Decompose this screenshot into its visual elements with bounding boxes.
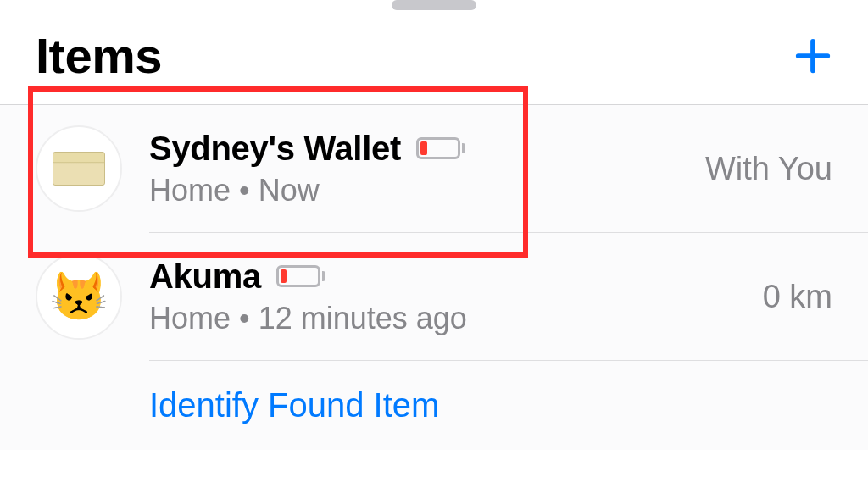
- item-title-row: Sydney's Wallet: [149, 130, 705, 168]
- item-location: Home: [149, 301, 231, 336]
- card-icon: [53, 152, 105, 186]
- identify-found-item[interactable]: Identify Found Item: [0, 361, 868, 450]
- page-title: Items: [36, 27, 162, 84]
- item-subtitle: Home • Now: [149, 173, 705, 208]
- list-item[interactable]: Sydney's Wallet Home • Now With You: [0, 105, 868, 232]
- header: Items: [0, 14, 868, 104]
- item-title: Sydney's Wallet: [149, 130, 401, 168]
- cat-emoji-icon: 😾: [49, 269, 108, 324]
- battery-fill: [281, 269, 287, 283]
- item-trailing: 0 km: [763, 279, 832, 315]
- items-list: Sydney's Wallet Home • Now With You 😾 Ak…: [0, 105, 868, 450]
- item-subtitle: Home • 12 minutes ago: [149, 301, 763, 336]
- item-title-row: Akuma: [149, 258, 763, 296]
- avatar: [36, 125, 122, 212]
- add-button[interactable]: [793, 36, 832, 75]
- item-time: 12 minutes ago: [259, 301, 467, 336]
- identify-link-label: Identify Found Item: [149, 386, 439, 424]
- item-time: Now: [259, 173, 320, 208]
- list-item[interactable]: 😾 Akuma Home • 12 minutes ago 0 km: [0, 233, 868, 360]
- battery-fill: [420, 141, 427, 155]
- item-title: Akuma: [149, 258, 261, 296]
- item-content: Akuma Home • 12 minutes ago: [149, 258, 763, 336]
- battery-low-icon: [416, 137, 465, 159]
- item-content: Sydney's Wallet Home • Now: [149, 130, 705, 208]
- avatar: 😾: [36, 253, 122, 340]
- battery-low-icon: [276, 265, 326, 287]
- item-trailing: With You: [705, 151, 832, 187]
- sheet-drag-handle[interactable]: [392, 0, 476, 10]
- plus-icon: [793, 36, 832, 75]
- item-location: Home: [149, 173, 231, 208]
